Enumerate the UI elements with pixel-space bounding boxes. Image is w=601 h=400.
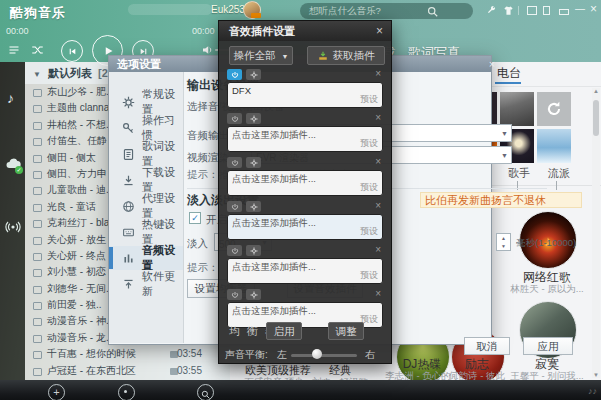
remove-plugin-icon[interactable]: × <box>375 288 381 299</box>
list-item[interactable]: 千百惠 - 想你的时候03:54 <box>25 346 230 362</box>
search-icon[interactable] <box>427 6 438 17</box>
power-toggle-icon[interactable] <box>227 201 242 212</box>
song-icon <box>33 286 42 294</box>
remove-plugin-icon[interactable]: × <box>375 244 381 255</box>
gear-icon[interactable] <box>246 69 261 80</box>
gear-icon[interactable] <box>246 289 261 300</box>
sidebar-item-habits[interactable]: 操作习惯 <box>109 116 183 140</box>
plugin-field[interactable]: 点击这里添加插件... 预设 <box>227 258 383 284</box>
add-song-button[interactable]: + <box>48 384 65 400</box>
tab-radio[interactable]: 电台 <box>497 65 521 82</box>
song-icon <box>33 187 42 195</box>
plugin-field[interactable]: 点击这里添加插件... 预设 <box>227 126 383 152</box>
preset-link[interactable]: 预设 <box>360 137 378 150</box>
sidebar-item-lyrics[interactable]: 歌词设置 <box>109 142 183 166</box>
song-icon <box>33 269 42 277</box>
playlist-icon[interactable] <box>8 44 20 56</box>
scroll-up-icon[interactable]: ▲ <box>592 88 600 94</box>
get-plugins-icon <box>318 51 328 61</box>
locate-button[interactable] <box>118 384 135 400</box>
radio-broadcast-icon[interactable] <box>5 220 21 234</box>
balance-slider-thumb[interactable] <box>312 349 322 359</box>
wrench-icon[interactable] <box>486 5 497 18</box>
previous-button[interactable] <box>61 40 83 62</box>
divider <box>490 86 601 87</box>
cover-tile[interactable] <box>500 92 534 126</box>
enable-eq-button[interactable]: 启用 <box>266 322 302 340</box>
remove-plugin-icon[interactable]: × <box>375 200 381 211</box>
audio-plugin-dialog: 音效插件设置 × 操作全部 ▼ 获取插件 × DFX 预设 <box>218 20 392 364</box>
plugin-field[interactable]: DFX 预设 <box>227 82 383 108</box>
plugin-field[interactable]: 点击这里添加插件... 预设 <box>227 170 383 196</box>
adjust-eq-button[interactable]: 调整 <box>328 322 364 340</box>
preset-link[interactable]: 预设 <box>360 225 378 238</box>
power-toggle-icon[interactable] <box>227 113 242 124</box>
mini-mode-icon[interactable] <box>527 6 537 17</box>
scroll-down-icon[interactable]: ▼ <box>592 372 600 378</box>
plugin-slots: × DFX 预设 × 点击这里添加插件... 预设 <box>227 69 383 333</box>
song-icon <box>33 302 42 310</box>
fade-spinner[interactable]: ▲▼ <box>496 233 511 251</box>
skin-shirt-icon[interactable] <box>503 5 514 18</box>
plugin-dialog-title[interactable]: 音效插件设置 <box>219 21 391 41</box>
power-toggle-icon[interactable] <box>227 289 242 300</box>
sidebar-item-general[interactable]: 常规设置 <box>109 90 183 114</box>
fade-checkbox[interactable]: ✓ <box>189 212 201 224</box>
cloud-check-badge: ✓ <box>15 166 23 174</box>
plugin-slot: × DFX 预设 <box>227 69 383 108</box>
cover-tile[interactable] <box>537 129 571 163</box>
minimize-button[interactable]: — <box>575 3 585 14</box>
plugin-field[interactable]: 点击这里添加插件... 预设 <box>227 214 383 240</box>
song-icon <box>33 335 42 343</box>
news-headline-ticker[interactable]: 比伯再发新曲扬言不退休 <box>420 192 582 208</box>
power-toggle-icon[interactable] <box>227 245 242 256</box>
sidebar-item-proxy[interactable]: 代理设置 <box>109 194 183 218</box>
search-songs-button[interactable] <box>197 384 214 400</box>
cancel-button[interactable]: 取消 <box>464 337 510 355</box>
plugin-slot: × 点击这里添加插件... 预设 <box>227 157 383 196</box>
sidebar-item-download[interactable]: 下载设置 <box>109 168 183 192</box>
equalizer-icon <box>122 252 135 265</box>
scrollbar-thumb[interactable] <box>593 100 599 136</box>
sidebar-item-hotkeys[interactable]: 热键设置 <box>109 220 183 244</box>
get-plugins-button[interactable]: 获取插件 <box>307 46 385 65</box>
remove-plugin-icon[interactable]: × <box>375 156 381 167</box>
scrollbar[interactable]: ▲ ▼ <box>592 88 600 378</box>
dock-icon[interactable] <box>543 6 550 17</box>
power-toggle-icon[interactable] <box>227 157 242 168</box>
gear-icon[interactable] <box>246 113 261 124</box>
shuffle-icon[interactable] <box>31 44 44 56</box>
gear-icon[interactable] <box>246 157 261 168</box>
remove-plugin-icon[interactable]: × <box>375 68 381 79</box>
song-icon <box>33 122 42 130</box>
collapse-caret-icon[interactable]: ▼ <box>33 70 41 79</box>
refresh-covers-button[interactable] <box>537 92 571 126</box>
lyrics-doc-icon <box>122 148 135 161</box>
gear-icon[interactable] <box>246 245 261 256</box>
chevron-down-icon: ▼ <box>281 53 288 60</box>
plugin-close-button[interactable]: × <box>376 24 383 38</box>
vip-badge <box>251 13 261 18</box>
search-input[interactable]: 想听点什么音乐? <box>300 3 473 19</box>
list-item[interactable]: 卢冠廷 - 在东西北区03:55 <box>25 363 230 379</box>
balance-slider[interactable] <box>291 354 357 357</box>
main-menu-icon[interactable] <box>559 6 569 17</box>
settings-close-button[interactable]: × <box>485 58 499 70</box>
power-toggle-icon[interactable] <box>227 69 242 80</box>
fade-unit-label: 毫秒(1-10000) <box>516 237 576 250</box>
tab-genre[interactable]: 流派 <box>548 166 570 181</box>
gear-icon[interactable] <box>246 201 261 212</box>
app-window: ♪♪ 酷狗音乐 Euk2534 想听点什么音乐? — × 00:00 00:00 <box>0 0 601 400</box>
sidebar-item-audio[interactable]: 音频设置 <box>109 246 183 270</box>
keyboard-icon <box>122 226 135 239</box>
tab-singer[interactable]: 歌手 <box>508 166 530 181</box>
preset-link[interactable]: 预设 <box>360 269 378 282</box>
remove-plugin-icon[interactable]: × <box>375 112 381 123</box>
preset-link[interactable]: 预设 <box>360 181 378 194</box>
apply-button[interactable]: 应用 <box>523 337 573 355</box>
local-music-icon[interactable]: ♪ <box>7 90 14 106</box>
preset-link[interactable]: 预设 <box>360 93 378 106</box>
close-button[interactable]: × <box>590 4 597 15</box>
operate-all-dropdown[interactable]: 操作全部 ▼ <box>229 46 293 65</box>
sidebar-item-update[interactable]: 软件更新 <box>109 272 183 296</box>
